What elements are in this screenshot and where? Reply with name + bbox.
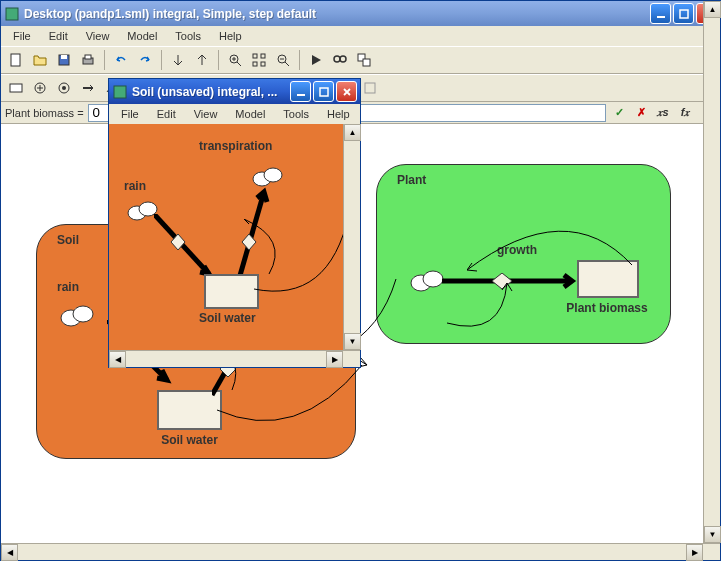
child-scroll-down-button[interactable]: ▼ [344, 333, 361, 350]
menu-model[interactable]: Model [119, 28, 165, 44]
app-icon [4, 6, 20, 22]
svg-rect-12 [261, 62, 265, 66]
maximize-button[interactable] [673, 3, 694, 24]
child-menu-file[interactable]: File [113, 106, 147, 122]
find-button[interactable] [329, 49, 351, 71]
menu-help[interactable]: Help [211, 28, 250, 44]
svg-rect-36 [114, 86, 126, 98]
scroll-up-button[interactable]: ▲ [704, 1, 721, 18]
svg-rect-38 [320, 88, 328, 96]
main-title: Desktop (pandp1.sml) integral, Simple, s… [24, 7, 650, 21]
flow-tool[interactable] [77, 77, 99, 99]
svg-point-14 [334, 56, 340, 62]
separator [299, 50, 300, 70]
svg-rect-18 [10, 84, 22, 92]
child-menu-help[interactable]: Help [319, 106, 358, 122]
transpiration-label: transpiration [199, 139, 272, 153]
child-titlebar[interactable]: Soil (unsaved) integral, ... [109, 79, 360, 104]
v-scrollbar[interactable]: ▲ ▼ [703, 1, 720, 543]
reject-button[interactable]: ✗ [632, 104, 650, 122]
minimize-button[interactable] [650, 3, 671, 24]
child-menubar: File Edit View Model Tools Help [109, 104, 360, 124]
plant-label: Plant [397, 173, 426, 187]
child-rain-label: rain [124, 179, 146, 193]
child-scroll-right-button[interactable]: ▶ [326, 351, 343, 368]
zoom-out-button[interactable] [272, 49, 294, 71]
child-h-scrollbar[interactable]: ◀ ▶ [109, 350, 360, 367]
child-scroll-up-button[interactable]: ▲ [344, 124, 361, 141]
plant-submodel[interactable]: Plant growth Plant biomass [376, 164, 671, 344]
svg-rect-37 [297, 94, 305, 96]
expand-button[interactable] [191, 49, 213, 71]
collapse-button[interactable] [167, 49, 189, 71]
svg-point-15 [340, 56, 346, 62]
cloud-icon [57, 300, 97, 330]
scroll-right-button[interactable]: ▶ [686, 544, 703, 561]
svg-point-21 [62, 86, 66, 90]
xs-button[interactable]: 𝑥s [654, 104, 672, 122]
fx-button[interactable]: f𝑥 [676, 104, 694, 122]
open-button[interactable] [29, 49, 51, 71]
separator [218, 50, 219, 70]
variable-tool[interactable] [53, 77, 75, 99]
menu-view[interactable]: View [78, 28, 118, 44]
child-menu-view[interactable]: View [186, 106, 226, 122]
menu-edit[interactable]: Edit [41, 28, 76, 44]
new-button[interactable] [5, 49, 27, 71]
influence-arc-4[interactable] [447, 283, 577, 343]
zoom-fit-button[interactable] [248, 49, 270, 71]
svg-rect-2 [680, 10, 688, 18]
main-titlebar: Desktop (pandp1.sml) integral, Simple, s… [1, 1, 720, 26]
print-button[interactable] [77, 49, 99, 71]
separator [104, 50, 105, 70]
child-compartment-label: Soil water [199, 311, 256, 325]
soil-label: Soil [57, 233, 79, 247]
child-influence-2[interactable] [239, 219, 289, 279]
child-maximize-button[interactable] [313, 81, 334, 102]
svg-rect-7 [85, 55, 91, 59]
cloud-icon [407, 265, 447, 295]
svg-point-33 [73, 306, 93, 322]
windows-button[interactable] [353, 49, 375, 71]
main-menubar: File Edit View Model Tools Help [1, 26, 720, 46]
influence-arc-3[interactable] [467, 215, 637, 275]
scroll-left-button[interactable]: ◀ [1, 544, 18, 561]
scroll-down-button[interactable]: ▼ [704, 526, 721, 543]
child-v-scrollbar[interactable]: ▲ ▼ [343, 124, 360, 350]
h-scrollbar[interactable]: ◀ ▶ [1, 543, 720, 560]
child-menu-tools[interactable]: Tools [275, 106, 317, 122]
svg-point-35 [423, 271, 443, 287]
compartment-tool[interactable] [29, 77, 51, 99]
svg-rect-1 [657, 16, 665, 18]
zoom-in-button[interactable] [224, 49, 246, 71]
svg-rect-31 [365, 83, 375, 93]
svg-rect-9 [253, 54, 257, 58]
child-window[interactable]: Soil (unsaved) integral, ... File Edit V… [108, 78, 361, 368]
accept-button[interactable]: ✓ [610, 104, 628, 122]
child-canvas[interactable]: transpiration rain Soil water [109, 124, 360, 350]
run-button[interactable] [305, 49, 327, 71]
formula-label: Plant biomass = [5, 107, 84, 119]
child-menu-model[interactable]: Model [227, 106, 273, 122]
save-button[interactable] [53, 49, 75, 71]
child-minimize-button[interactable] [290, 81, 311, 102]
tool-i[interactable] [359, 77, 381, 99]
redo-button[interactable] [134, 49, 156, 71]
separator [161, 50, 162, 70]
svg-point-42 [264, 168, 282, 182]
toolbar-row1 [1, 46, 720, 74]
svg-rect-5 [61, 55, 67, 59]
app-icon [112, 84, 128, 100]
menu-tools[interactable]: Tools [167, 28, 209, 44]
svg-rect-17 [363, 59, 370, 66]
pointer-tool[interactable] [5, 77, 27, 99]
child-close-button[interactable] [336, 81, 357, 102]
child-menu-edit[interactable]: Edit [149, 106, 184, 122]
child-scroll-left-button[interactable]: ◀ [109, 351, 126, 368]
undo-button[interactable] [110, 49, 132, 71]
menu-file[interactable]: File [5, 28, 39, 44]
svg-rect-11 [253, 62, 257, 66]
svg-rect-0 [6, 8, 18, 20]
rain-label: rain [57, 280, 79, 294]
svg-rect-3 [11, 54, 20, 66]
